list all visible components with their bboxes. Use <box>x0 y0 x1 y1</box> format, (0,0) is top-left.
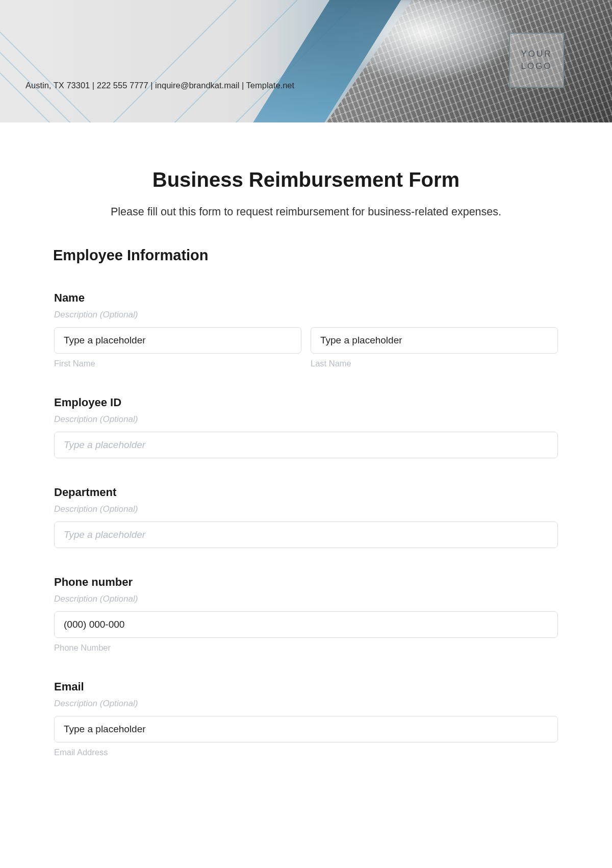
form-title: Business Reimbursement Form <box>54 168 558 191</box>
logo-text: YOUR LOGO <box>521 48 552 72</box>
field-department: Department Description (Optional) <box>54 486 558 548</box>
form-content: Business Reimbursement Form Please fill … <box>0 122 612 778</box>
phone-sublabel: Phone Number <box>54 643 558 653</box>
last-name-input[interactable] <box>311 327 558 354</box>
field-employee-id: Employee ID Description (Optional) <box>54 396 558 458</box>
first-name-sublabel: First Name <box>54 359 301 368</box>
section-employee-info: Employee Information <box>53 247 558 264</box>
first-name-input[interactable] <box>54 327 301 354</box>
email-description: Description (Optional) <box>54 699 558 709</box>
phone-description: Description (Optional) <box>54 594 558 604</box>
contact-info: Austin, TX 73301 | 222 555 7777 | inquir… <box>26 81 294 90</box>
phone-label: Phone number <box>54 576 558 589</box>
phone-input[interactable] <box>54 611 558 638</box>
employee-id-input[interactable] <box>54 432 558 458</box>
field-phone: Phone number Description (Optional) Phon… <box>54 576 558 653</box>
email-label: Email <box>54 680 558 693</box>
email-sublabel: Email Address <box>54 748 558 757</box>
form-subtitle: Please fill out this form to request rei… <box>54 206 558 218</box>
employee-id-label: Employee ID <box>54 396 558 409</box>
field-name: Name Description (Optional) First Name L… <box>54 291 558 368</box>
employee-id-description: Description (Optional) <box>54 414 558 425</box>
department-description: Description (Optional) <box>54 504 558 514</box>
name-label: Name <box>54 291 558 305</box>
department-input[interactable] <box>54 522 558 548</box>
logo-placeholder: YOUR LOGO <box>509 33 564 88</box>
field-email: Email Description (Optional) Email Addre… <box>54 680 558 757</box>
header-banner: YOUR LOGO Austin, TX 73301 | 222 555 777… <box>0 0 612 122</box>
email-input[interactable] <box>54 716 558 742</box>
name-description: Description (Optional) <box>54 310 558 320</box>
last-name-sublabel: Last Name <box>311 359 558 368</box>
department-label: Department <box>54 486 558 499</box>
